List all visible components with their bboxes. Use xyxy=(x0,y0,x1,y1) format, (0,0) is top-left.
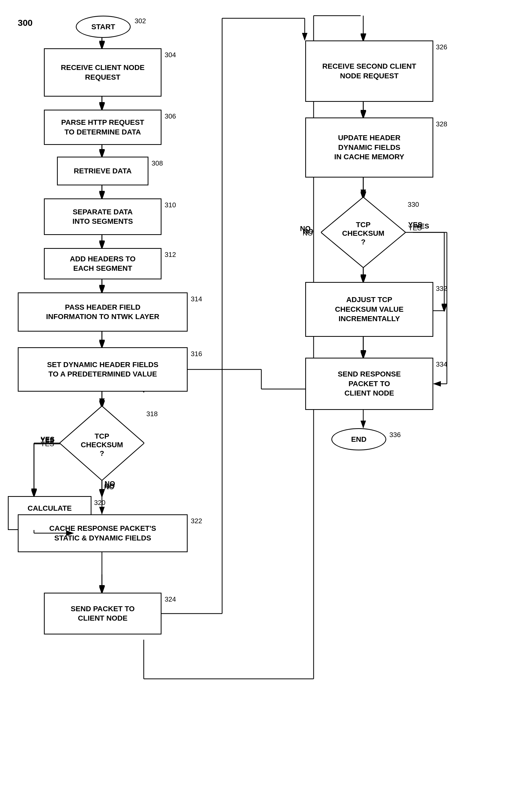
node-322: CACHE RESPONSE PACKET'S STATIC & DYNAMIC… xyxy=(18,514,188,552)
node-312-num: 312 xyxy=(165,251,176,259)
end-oval: END xyxy=(331,428,386,451)
node-334: SEND RESPONSE PACKET TO CLIENT NODE xyxy=(305,358,433,410)
node-324: SEND PACKET TO CLIENT NODE xyxy=(44,593,162,634)
node-332-num: 332 xyxy=(436,285,447,293)
diamond-318-no: NO xyxy=(104,483,114,491)
node-306-num: 306 xyxy=(165,112,176,120)
svg-text:?: ? xyxy=(100,450,104,458)
svg-text:?: ? xyxy=(361,238,365,246)
node-308: RETRIEVE DATA xyxy=(57,157,148,185)
diamond-318-svg: TCP CHECKSUM ? xyxy=(60,406,144,481)
start-num: 302 xyxy=(135,17,146,25)
node-308-num: 308 xyxy=(152,159,163,167)
node-310: SEPARATE DATA INTO SEGMENTS xyxy=(44,198,162,235)
node-328-num: 328 xyxy=(436,120,447,128)
node-324-num: 324 xyxy=(165,595,176,603)
node-332: ADJUST TCP CHECKSUM VALUE INCREMENTALLY xyxy=(305,282,433,337)
diamond-330-svg: TCP CHECKSUM ? xyxy=(321,197,406,268)
node-306: PARSE HTTP REQUEST TO DETERMINE DATA xyxy=(44,110,162,145)
node-322-num: 322 xyxy=(191,517,202,525)
node-318-num: 318 xyxy=(146,410,158,418)
node-326: RECEIVE SECOND CLIENT NODE REQUEST xyxy=(305,40,433,102)
svg-text:TCP: TCP xyxy=(356,221,371,229)
node-320-num: 320 xyxy=(94,499,105,507)
node-304: RECEIVE CLIENT NODE REQUEST xyxy=(44,48,162,96)
node-328: UPDATE HEADER DYNAMIC FIELDS IN CACHE ME… xyxy=(305,117,433,178)
start-oval: START xyxy=(76,16,131,38)
diagram-number: 300 xyxy=(18,18,33,28)
node-314-num: 314 xyxy=(191,295,202,303)
node-316: SET DYNAMIC HEADER FIELDS TO A PREDETERM… xyxy=(18,347,188,392)
node-334-num: 334 xyxy=(436,360,447,369)
flowchart-diagram: YES NO NO YES 300 START 302 RECEIVE CLIE… xyxy=(0,0,519,812)
diamond-318-yes: YES xyxy=(40,440,54,448)
end-num: 336 xyxy=(389,431,401,439)
diamond-318-container: TCP CHECKSUM ? xyxy=(60,406,144,481)
diamond-330-container: TCP CHECKSUM ? xyxy=(321,197,406,268)
node-304-num: 304 xyxy=(165,51,176,59)
node-330-num: 330 xyxy=(408,201,419,209)
diamond-330-no: NO xyxy=(303,229,313,237)
svg-text:TCP: TCP xyxy=(94,432,109,440)
svg-text:CHECKSUM: CHECKSUM xyxy=(81,441,123,449)
node-314: PASS HEADER FIELD INFORMATION TO NTWK LA… xyxy=(18,292,188,331)
diamond-330-yes: YES xyxy=(408,224,422,232)
svg-text:CHECKSUM: CHECKSUM xyxy=(342,229,384,237)
node-312: ADD HEADERS TO EACH SEGMENT xyxy=(44,248,162,279)
node-316-num: 316 xyxy=(191,350,202,358)
node-326-num: 326 xyxy=(436,43,447,51)
node-310-num: 310 xyxy=(165,201,176,209)
